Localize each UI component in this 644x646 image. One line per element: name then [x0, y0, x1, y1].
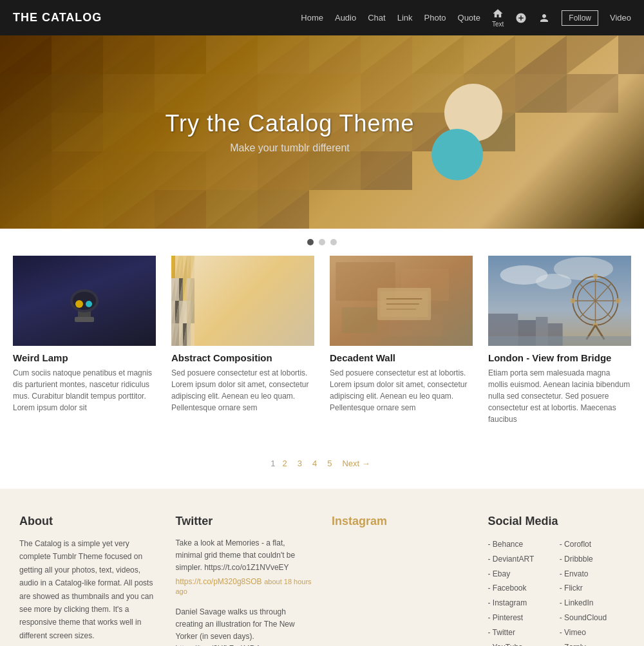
social-envato[interactable]: - Envato	[560, 567, 625, 582]
twitter-title: Twitter	[176, 515, 313, 528]
nav-home[interactable]: Home	[301, 13, 323, 23]
grid-item-lamp: Weird Lamp Cum sociis natoque penatibus …	[13, 256, 156, 425]
london-title: London - View from Bridge	[488, 352, 631, 363]
page-4[interactable]: 4	[309, 457, 320, 470]
social-vimeo[interactable]: - Vimeo	[560, 625, 625, 640]
hero-subtitle: Make your tumblr different	[165, 142, 414, 154]
social-youtube[interactable]: - YouTube	[488, 640, 553, 646]
lamp-title: Weird Lamp	[13, 352, 156, 363]
social-pinterest[interactable]: - Pinterest	[488, 611, 553, 625]
nav-photo[interactable]: Photo	[424, 13, 446, 23]
page-2[interactable]: 2	[279, 457, 290, 470]
london-text: Etiam porta sem malesuada magna mollis e…	[488, 367, 631, 425]
tweet-1: Take a look at Memories - a flat, minima…	[176, 537, 313, 596]
svg-point-169	[616, 298, 620, 303]
social-flickr[interactable]: - Flickr	[560, 581, 625, 596]
hero-circles	[431, 84, 502, 180]
footer-about: About The Catalog is a simple yet very c…	[19, 515, 156, 646]
abstract-title: Abstract Composition	[171, 352, 314, 363]
social-facebook[interactable]: - Facebook	[488, 581, 553, 596]
svg-point-161	[536, 274, 572, 289]
social-zerply[interactable]: - Zerply	[560, 640, 625, 646]
next-button[interactable]: Next →	[339, 457, 373, 470]
social-twitter[interactable]: - Twitter	[488, 625, 553, 640]
london-image[interactable]	[488, 256, 631, 346]
dot-3[interactable]	[330, 239, 337, 245]
page-3[interactable]: 3	[294, 457, 305, 470]
page-navigation: 1 2 3 4 5 Next →	[0, 444, 644, 489]
footer: About The Catalog is a simple yet very c…	[0, 489, 644, 646]
content-grid: Weird Lamp Cum sociis natoque penatibus …	[0, 256, 644, 444]
brand-logo: THE CATALOG	[13, 11, 102, 24]
social-deviantart[interactable]: - DeviantART	[488, 552, 553, 567]
grid-item-wall: Decadent Wall Sed posuere consectetur es…	[330, 256, 473, 425]
follow-button[interactable]: Follow	[562, 10, 598, 26]
footer-twitter: Twitter Take a look at Memories - a flat…	[176, 515, 313, 646]
lamp-text: Cum sociis natoque penatibus et magnis d…	[13, 367, 156, 413]
tweet-2: Daniel Savage walks us through creating …	[176, 606, 313, 646]
abstract-image[interactable]	[171, 256, 314, 346]
social-instagram[interactable]: - Instagram	[488, 596, 553, 611]
svg-point-171	[571, 298, 575, 303]
slideshow-dots	[0, 229, 644, 256]
hero-title: Try the Catalog Theme	[165, 110, 414, 137]
tweet-1-text: Take a look at Memories - a flat, minima…	[176, 537, 313, 575]
nav-audio[interactable]: Audio	[335, 13, 356, 23]
text-label: Text	[492, 21, 504, 28]
social-title: Social Media	[488, 515, 625, 528]
svg-point-168	[593, 274, 598, 279]
nav-link[interactable]: Link	[397, 13, 413, 23]
wall-image[interactable]	[330, 256, 473, 346]
dot-1[interactable]	[307, 239, 314, 245]
svg-point-99	[73, 292, 96, 310]
lamp-svg	[59, 272, 110, 330]
svg-marker-21	[567, 35, 618, 74]
wall-svg	[330, 256, 473, 346]
footer-instagram: Instagram	[332, 515, 469, 646]
wall-title: Decadent Wall	[330, 352, 473, 363]
svg-rect-96	[75, 317, 94, 322]
page-label: 1	[270, 459, 275, 468]
nav-video[interactable]: Video	[610, 13, 631, 23]
social-soundcloud[interactable]: - SoundCloud	[560, 611, 625, 625]
social-col-1: - Behance - DeviantART - Ebay - Facebook…	[488, 537, 553, 646]
page-5[interactable]: 5	[324, 457, 335, 470]
person-icon-nav[interactable]	[538, 12, 550, 24]
footer-grid: About The Catalog is a simple yet very c…	[19, 515, 625, 646]
social-col-2: - Coroflot - Dribbble - Envato - Flickr …	[560, 537, 625, 646]
wall-text: Sed posuere consectetur est at lobortis.…	[330, 367, 473, 413]
svg-marker-23	[618, 35, 644, 74]
abstract-svg	[171, 256, 194, 346]
social-ebay[interactable]: - Ebay	[488, 567, 553, 582]
nav-quote[interactable]: Quote	[458, 13, 480, 23]
social-linkedin[interactable]: - LinkedIn	[560, 596, 625, 611]
posts-grid: Weird Lamp Cum sociis natoque penatibus …	[13, 256, 631, 425]
social-behance[interactable]: - Behance	[488, 537, 553, 552]
about-text: The Catalog is a simple yet very complet…	[19, 537, 156, 642]
nav-links: Home Audio Chat Link Photo Quote Text Fo…	[301, 8, 631, 28]
grid-item-abstract: Abstract Composition Sed posuere consect…	[171, 256, 314, 425]
circle-teal	[431, 129, 483, 180]
home-icon-nav[interactable]: Text	[492, 8, 504, 28]
svg-point-101	[86, 301, 92, 307]
svg-rect-178	[488, 336, 631, 346]
about-title: About	[19, 515, 156, 528]
social-links-grid: - Behance - DeviantART - Ebay - Facebook…	[488, 537, 625, 646]
nav-chat[interactable]: Chat	[368, 13, 385, 23]
svg-rect-151	[342, 307, 378, 333]
footer-social: Social Media - Behance - DeviantART - Eb…	[488, 515, 625, 646]
social-dribbble[interactable]: - Dribbble	[560, 552, 625, 567]
svg-point-100	[75, 300, 83, 308]
grid-item-london: London - View from Bridge Etiam porta se…	[488, 256, 631, 425]
hero-text: Try the Catalog Theme Make your tumblr d…	[165, 110, 414, 154]
london-svg	[488, 256, 631, 346]
lamp-image[interactable]	[13, 256, 156, 346]
dot-2[interactable]	[319, 239, 325, 245]
tweet-1-link[interactable]: https://t.co/pM320g8SOB	[176, 577, 262, 586]
abstract-text: Sed posuere consectetur est at lobortis.…	[171, 367, 314, 413]
hero-banner: Try the Catalog Theme Make your tumblr d…	[0, 35, 644, 229]
instagram-title: Instagram	[332, 515, 469, 528]
social-coroflot[interactable]: - Coroflot	[560, 537, 625, 552]
add-icon-nav[interactable]	[515, 12, 527, 24]
tweet-2-text: Daniel Savage walks us through creating …	[176, 606, 313, 646]
